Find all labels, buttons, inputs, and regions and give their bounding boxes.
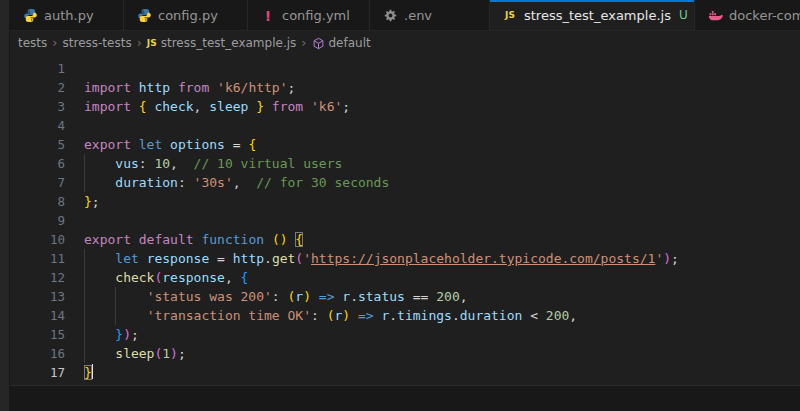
line-number[interactable]: 2 — [10, 78, 65, 97]
tab-label: config.yml — [282, 8, 350, 23]
code-line-text[interactable]: import http from 'k6/http'; — [84, 78, 800, 97]
code-area[interactable]: 12import http from 'k6/http';3import { c… — [10, 55, 800, 385]
line-number[interactable]: 16 — [10, 344, 65, 363]
code-token: export — [84, 232, 139, 247]
code-line: 1 — [10, 59, 800, 78]
tab-label: docker-comp — [729, 8, 800, 23]
code-token: // 10 virtual users — [194, 156, 343, 171]
breadcrumb-item-tests[interactable]: tests — [18, 36, 47, 50]
code-token: ( — [295, 251, 303, 266]
code-token: . — [350, 289, 358, 304]
code-token: . — [452, 308, 460, 323]
code-line-text[interactable]: vus: 10, // 10 virtual users — [84, 154, 800, 173]
chevron-right-icon: › — [136, 37, 143, 49]
breadcrumb-item-default[interactable]: default — [312, 36, 371, 50]
line-number[interactable]: 7 — [10, 173, 65, 192]
line-number[interactable]: 17 — [10, 363, 65, 382]
code-line: 17} — [10, 363, 800, 382]
tab-auth-py[interactable]: auth.py — [10, 0, 124, 31]
editor-group: auth.pyconfig.py!config.yml.envJSstress_… — [10, 0, 800, 411]
code-token: http — [139, 80, 170, 95]
code-token: check — [115, 270, 154, 285]
code-token: < — [522, 308, 545, 323]
code-token: '30s' — [194, 175, 233, 190]
line-number[interactable]: 14 — [10, 306, 65, 325]
code-line-text[interactable]: 'status was 200': (r) => r.status == 200… — [84, 287, 800, 306]
line-number[interactable]: 3 — [10, 97, 65, 116]
code-token: 1 — [162, 346, 170, 361]
code-line-text[interactable]: duration: '30s', // for 30 seconds — [84, 173, 800, 192]
code-token: => — [350, 308, 381, 323]
code-token: : — [178, 175, 194, 190]
breadcrumb-label: tests — [18, 36, 47, 50]
line-number[interactable]: 11 — [10, 249, 65, 268]
breadcrumb-item-stress-tests[interactable]: stress-tests — [63, 36, 132, 50]
code-token: vus — [115, 156, 138, 171]
line-number[interactable]: 13 — [10, 287, 65, 306]
code-line: 13 'status was 200': (r) => r.status == … — [10, 287, 800, 306]
code-token: 'status was 200' — [147, 289, 272, 304]
line-number[interactable]: 15 — [10, 325, 65, 344]
code-line-text[interactable]: sleep(1); — [84, 344, 800, 363]
js-icon: JS — [147, 38, 157, 48]
tab-stress-test-example-js[interactable]: JSstress_test_example.jsU× — [490, 0, 695, 31]
tab-config-yml[interactable]: !config.yml — [248, 0, 370, 31]
code-token — [84, 251, 115, 266]
python-icon — [136, 8, 152, 24]
code-token: ) — [663, 251, 671, 266]
tab--env[interactable]: .env — [370, 0, 490, 31]
line-number[interactable]: 10 — [10, 230, 65, 249]
line-number[interactable]: 1 — [10, 59, 65, 78]
line-number[interactable]: 4 — [10, 116, 65, 135]
code-line: 10export default function () { — [10, 230, 800, 249]
code-line-text[interactable]: import { check, sleep } from 'k6'; — [84, 97, 800, 116]
line-number[interactable]: 5 — [10, 135, 65, 154]
code-token: , — [569, 308, 577, 323]
code-line: 8}; — [10, 192, 800, 211]
code-token: sleep — [115, 346, 154, 361]
sidebar-edge — [0, 0, 10, 411]
code-token: = — [217, 251, 233, 266]
code-line-text[interactable]: 'transaction time OK': (r) => r.timings.… — [84, 306, 800, 325]
code-line-text[interactable]: }); — [84, 325, 800, 344]
code-token: } — [256, 99, 264, 114]
code-line: 4 — [10, 116, 800, 135]
docker-whale-icon — [707, 8, 723, 24]
code-token: response — [162, 270, 225, 285]
line-number[interactable]: 8 — [10, 192, 65, 211]
code-line-text[interactable]: export default function () { — [84, 230, 800, 249]
indent-guide — [84, 268, 85, 287]
code-token: , — [194, 99, 210, 114]
line-number[interactable]: 12 — [10, 268, 65, 287]
chevron-right-icon: › — [51, 37, 58, 49]
code-line-text[interactable]: }; — [84, 192, 800, 211]
code-line-text[interactable]: } — [84, 363, 800, 382]
code-line-text[interactable] — [84, 211, 800, 230]
code-token: ) — [342, 308, 350, 323]
tab-label: .env — [404, 8, 432, 23]
code-token: { — [139, 99, 147, 114]
tab-bar: auth.pyconfig.py!config.yml.envJSstress_… — [10, 0, 800, 31]
code-token: ) — [170, 346, 178, 361]
gear-icon — [382, 8, 398, 24]
tab-docker-comp[interactable]: docker-comp — [695, 0, 800, 31]
line-number[interactable]: 9 — [10, 211, 65, 230]
code-token: ; — [342, 99, 350, 114]
code-line-text[interactable] — [84, 59, 800, 78]
tab-config-py[interactable]: config.py — [124, 0, 248, 31]
code-line-text[interactable] — [84, 116, 800, 135]
code-token: { — [241, 270, 249, 285]
code-line: 3import { check, sleep } from 'k6'; — [10, 97, 800, 116]
code-token: status — [358, 289, 405, 304]
code-token: , — [233, 175, 256, 190]
line-number[interactable]: 6 — [10, 154, 65, 173]
code-token: , — [460, 289, 468, 304]
breadcrumb-item-stress-test-example-js[interactable]: JSstress_test_example.js — [147, 36, 296, 50]
code-line-text[interactable]: export let options = { — [84, 135, 800, 154]
code-line: 15 }); — [10, 325, 800, 344]
code-line-text[interactable]: let response = http.get('https://jsonpla… — [84, 249, 800, 268]
code-token: => — [311, 289, 342, 304]
code-token — [84, 346, 115, 361]
code-line-text[interactable]: check(response, { — [84, 268, 800, 287]
code-token: : — [272, 289, 288, 304]
